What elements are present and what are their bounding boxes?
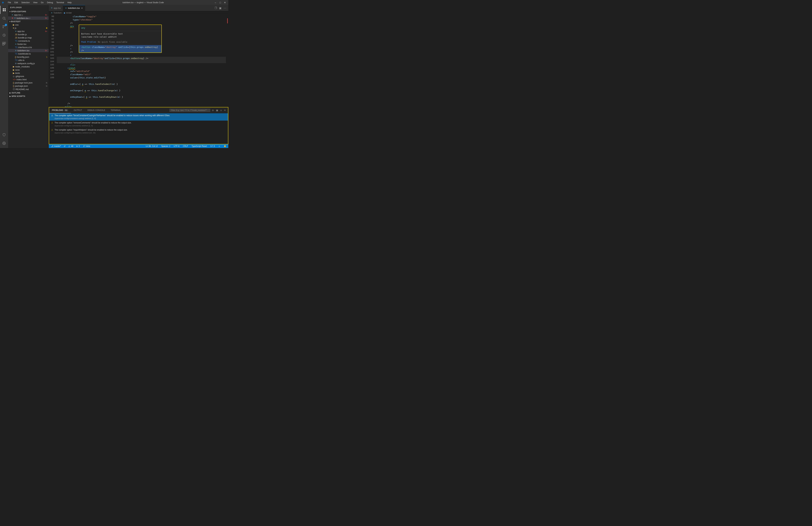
sync-icon: ↺ (64, 145, 66, 147)
outline-header[interactable]: ▶ OUTLINE (8, 91, 48, 94)
menu-selection[interactable]: Selection (20, 1, 31, 4)
main-layout: 3 EXPLORER ▾ OPEN EDITORS ⚛ app.tsx js (0, 5, 228, 148)
file-icon: ⓘ (13, 88, 15, 91)
breadcrumb-separator: › (62, 12, 63, 14)
gitignore-file[interactable]: ◇ .gitignore (8, 75, 48, 78)
bugtest-folder-header[interactable]: ▾ BUGTEST (8, 20, 48, 23)
ts-file-icon: TS (15, 40, 17, 42)
remote-activity-icon[interactable] (0, 131, 8, 139)
index-html-file[interactable]: </> index.html (8, 78, 48, 81)
tab-debug-console[interactable]: DEBUG CONSOLE (85, 107, 108, 113)
status-eol[interactable]: CRLF (182, 145, 189, 147)
webpack-config-js-file[interactable]: ⚙ webpack.config.js (8, 62, 48, 65)
code-content[interactable]: className="toggle" type="checkbox" /> an (56, 15, 227, 107)
status-position[interactable]: Ln 98, Col 12 (145, 145, 159, 147)
status-warnings[interactable]: ⚠ 48 (68, 145, 74, 147)
debug-activity-icon[interactable] (0, 31, 8, 39)
peek-problem-link[interactable]: Peek Problem (81, 41, 96, 44)
code-line-91: type="checkbox" (57, 18, 226, 21)
status-notifications-icon[interactable]: 🔔 (223, 145, 227, 147)
chevron-right-icon: ▶ (10, 92, 11, 94)
filter-icon[interactable]: ⊜ (211, 108, 215, 112)
breadcrumb-item[interactable]: render (66, 12, 72, 14)
problems-list: ⚠ The compiler option "forceConsistentCa… (49, 113, 228, 144)
menu-terminal[interactable]: Terminal (55, 1, 65, 4)
readme-md-file[interactable]: ⓘ README.md (8, 88, 48, 91)
status-version[interactable]: 3.7.3 (210, 145, 216, 147)
package-json-file[interactable]: {} package.json N (8, 84, 48, 88)
settings-activity-icon[interactable] (0, 139, 8, 147)
status-spaces[interactable]: Spaces: 2 (161, 145, 171, 147)
filter-input[interactable] (170, 109, 210, 112)
ts-file-icon: TS (15, 53, 17, 55)
react-file-icon: ⚛ (15, 43, 17, 45)
tab-close-button[interactable]: ✕ (81, 7, 83, 10)
footer-tsx-file[interactable]: ⚛ footer.tsx (8, 43, 48, 46)
constants-ts-file[interactable]: TS constants.ts (8, 39, 48, 43)
status-branch[interactable]: ⎇ master* (50, 145, 62, 147)
node-modules-folder[interactable]: ▶node_modules (8, 65, 48, 68)
menu-view[interactable]: View (32, 1, 39, 4)
menu-file[interactable]: File (7, 1, 12, 4)
editor-scrollbar[interactable] (227, 15, 228, 107)
bundle-js-map-file[interactable]: JS bundle.js.map (8, 36, 48, 39)
warning-icon: ⚠ (51, 129, 53, 131)
tests-folder[interactable]: ▶tests (8, 72, 48, 75)
layout-button[interactable]: ▣ (218, 6, 222, 10)
status-encoding[interactable]: UTF-8 (173, 145, 180, 147)
tab-problems[interactable]: PROBLEMS 51 (49, 107, 71, 113)
menu-edit[interactable]: Edit (13, 1, 19, 4)
open-editors-header[interactable]: ▾ OPEN EDITORS (8, 10, 48, 13)
tab-terminal[interactable]: TERMINAL (108, 107, 124, 113)
js-folder[interactable]: ▾js (8, 26, 48, 30)
code-line-100: <input (57, 67, 226, 70)
open-editor-todoitem-tsx[interactable]: ✕ ⚛ todoItem.tsx js 9+ (8, 16, 48, 20)
panel-close-button[interactable]: ✕ (223, 108, 227, 112)
problem-item-0[interactable]: ⚠ The compiler option "forceConsistentCa… (49, 113, 228, 120)
npm-scripts-header[interactable]: ▶ NPM SCRIPTS (8, 94, 48, 98)
tab-output[interactable]: OUTPUT (71, 107, 85, 113)
status-sync[interactable]: ↺ (63, 145, 66, 147)
package-lock-json-file[interactable]: {} package-lock.json N (8, 81, 48, 84)
status-feedback-icon[interactable]: ☺ (218, 145, 221, 147)
tab-todoitem-tsx[interactable]: ⚛ todoItem.tsx ✕ (63, 5, 85, 11)
utils-ts-file[interactable]: TS utils.ts (8, 59, 48, 62)
status-language[interactable]: TypeScript React (191, 145, 208, 147)
split-editor-button[interactable]: ❐ (214, 6, 218, 10)
problem-text: The compiler option "forceConsistentCasi… (55, 114, 226, 120)
tab-app-tsx[interactable]: ⚛ app.tsx (49, 5, 63, 11)
problem-item-1[interactable]: ⚠ The compiler option "removeComments" s… (49, 120, 228, 128)
menu-go[interactable]: Go (40, 1, 45, 4)
todoitem-tsx-file[interactable]: ⚛ todoItem.tsx 9+ (8, 49, 48, 52)
close-button[interactable]: ✕ (223, 1, 227, 4)
minimize-button[interactable]: – (214, 1, 217, 4)
todomodel-ts-file[interactable]: TS todoModel.ts (8, 52, 48, 55)
maximize-button[interactable]: □ (218, 1, 222, 4)
interfaces-d-ts-file[interactable]: TS interfaces.d.ts (8, 46, 48, 49)
panel-up-button[interactable]: ∧ (219, 108, 222, 112)
extensions-activity-icon[interactable] (0, 40, 8, 48)
source-control-activity-icon[interactable]: 3 (0, 23, 8, 31)
problem-item-2[interactable]: ⚠ The compiler option "importHelpers" sh… (49, 128, 228, 135)
svg-point-6 (3, 26, 3, 26)
app-tsx-file[interactable]: ⚛ app.tsx 9+ (8, 30, 48, 33)
explorer-activity-icon[interactable] (0, 6, 8, 14)
more-actions-button[interactable]: ⋯ (223, 6, 227, 10)
bundle-js-file[interactable]: JS bundle.js (8, 33, 48, 36)
editor-popup[interactable]: any Buttons must have discernible text (… (79, 25, 162, 53)
menu-help[interactable]: Help (67, 1, 73, 4)
code-editor[interactable]: 90 91 92 93 94 95 96 97 98 99 100 101 10… (49, 15, 228, 107)
menu-debug[interactable]: Debug (46, 1, 54, 4)
breadcrumb-item[interactable]: TodoItem (53, 12, 62, 14)
css-folder[interactable]: ▶css (8, 23, 48, 26)
close-icon[interactable]: ✕ (12, 17, 14, 19)
open-editor-app-tsx[interactable]: ⚛ app.tsx js 9+ (8, 13, 48, 16)
search-activity-icon[interactable] (0, 14, 8, 23)
code-line-107: /> (57, 102, 226, 105)
code-line-103: value={this.state.editText} (57, 76, 226, 83)
react-file-icon: ⚛ (12, 14, 13, 16)
status-errors[interactable]: ✕ 3 (75, 145, 81, 147)
scss-folder[interactable]: ▶scss (8, 68, 48, 72)
collapse-all-button[interactable]: ▣ (215, 108, 219, 112)
tsconfig-json-file[interactable]: {} tsconfig.json 5 (8, 55, 48, 59)
